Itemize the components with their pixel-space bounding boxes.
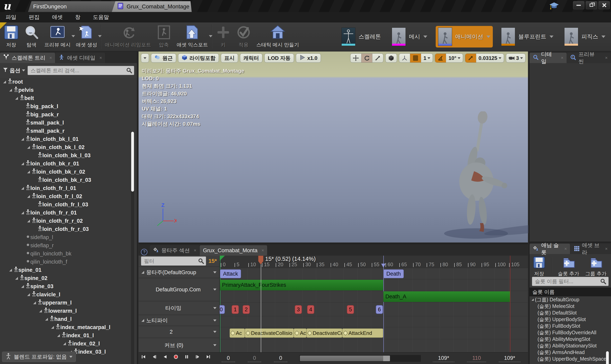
- slot-row-8[interactable]: (슬롯) ArmsAndHead: [530, 349, 611, 356]
- track-notifyHead[interactable]: [220, 316, 528, 327]
- menu-item-3[interactable]: 창: [75, 13, 80, 21]
- notify-Ac[interactable]: Ac: [230, 328, 245, 338]
- expander-icon[interactable]: [39, 310, 42, 312]
- menu-item-4[interactable]: 도움말: [93, 13, 109, 21]
- expander-icon[interactable]: [3, 81, 6, 83]
- rotate-tool-button[interactable]: [361, 54, 372, 63]
- montage-filter-input[interactable]: [141, 256, 206, 266]
- timing-marker-4[interactable]: 4: [307, 305, 314, 314]
- expander-icon[interactable]: [51, 326, 54, 329]
- close-tab-icon[interactable]: ×: [605, 55, 608, 61]
- montage-row-4[interactable]: 2: [139, 326, 219, 338]
- bone-row-small_pack_l[interactable]: small_pack_l: [0, 119, 137, 127]
- close-tab-icon[interactable]: ×: [99, 55, 102, 61]
- bone-row-root[interactable]: root: [0, 78, 137, 86]
- bone-row-qilin_loincloth_bk[interactable]: qilin_loincloth_bk: [0, 250, 137, 258]
- bone-row-loin_cloth_bk_r_01[interactable]: loin_cloth_bk_r_01: [0, 160, 137, 168]
- grid-snap-toggle[interactable]: [410, 54, 421, 63]
- toolbar-button[interactable]: 애셋 생성: [76, 26, 97, 48]
- expander-icon[interactable]: [21, 162, 24, 165]
- close-tab-icon[interactable]: ×: [192, 4, 195, 9]
- move-tool-button[interactable]: [350, 54, 361, 63]
- slots-button-1[interactable]: 슬롯 추가: [558, 256, 579, 277]
- range-end-2[interactable]: 109*: [499, 355, 520, 362]
- track-sections[interactable]: [220, 268, 528, 279]
- menu-item-0[interactable]: 파일: [6, 13, 16, 21]
- skeleton-search-input[interactable]: [27, 66, 134, 75]
- bone-row-spine_02[interactable]: spine_02: [0, 274, 137, 282]
- slot-row-1[interactable]: (슬롯) MeleeSlot: [530, 303, 611, 310]
- slots-button-2[interactable]: 그룹 추가: [585, 256, 607, 277]
- close-tab-icon[interactable]: ×: [262, 248, 264, 253]
- bone-row-lowerarm_l[interactable]: lowerarm_l: [0, 307, 137, 315]
- bone-row-small_pack_r[interactable]: small_pack_r: [0, 127, 137, 135]
- menu-item-1[interactable]: 편집: [29, 13, 40, 21]
- expander-icon[interactable]: [21, 211, 24, 214]
- mode-button-피직스[interactable]: 피직스: [562, 26, 608, 48]
- bone-row-loin_cloth_bk_r_03[interactable]: loin_cloth_bk_r_03: [0, 176, 137, 184]
- bone-row-sideflap_r[interactable]: sideflap_r: [0, 241, 137, 250]
- step-forward-button[interactable]: [195, 354, 204, 363]
- anim-segment-Death_A[interactable]: Death_A: [383, 291, 510, 302]
- slot-filter-input[interactable]: [532, 277, 609, 286]
- skip-end-button[interactable]: [205, 354, 214, 363]
- chevron-down-icon[interactable]: [601, 36, 605, 38]
- expander-icon[interactable]: [27, 195, 30, 198]
- 3d-viewport[interactable]: 원근라이팅포함표시캐릭터LOD 자동x1.0110°0.03125 3 미리보기…: [139, 52, 528, 243]
- expander-icon[interactable]: [15, 97, 18, 100]
- slot-row-0[interactable]: (그룹) DefaultGroup: [530, 296, 611, 303]
- bone-row-spine_01[interactable]: spine_01: [0, 266, 137, 274]
- bone-row-loin_cloth_fr_r_03[interactable]: loin_cloth_fr_r_03: [0, 225, 137, 233]
- slots-button-0[interactable]: 저장: [533, 256, 545, 277]
- help-icon[interactable]: ?: [139, 248, 150, 256]
- scale-tool-button[interactable]: [372, 54, 383, 63]
- notify-Act[interactable]: Act: [294, 328, 306, 338]
- skeleton-tab-1[interactable]: 애셋 디테일×: [55, 53, 105, 63]
- bone-row-index_01_l[interactable]: index_01_l: [0, 331, 137, 340]
- expander-icon[interactable]: [141, 271, 144, 274]
- timing-marker-5[interactable]: 5: [347, 305, 354, 314]
- bone-row-clavicle_l[interactable]: clavicle_l: [0, 291, 137, 299]
- bone-row-loin_cloth_fr_l_03[interactable]: loin_cloth_fr_l_03: [0, 201, 137, 209]
- close-tab-icon[interactable]: ×: [50, 55, 52, 61]
- bone-row-loin_cloth_fr_l_02[interactable]: loin_cloth_fr_l_02: [0, 192, 137, 201]
- details-tab-1[interactable]: i프리뷰 씬×: [567, 53, 611, 63]
- expander-icon[interactable]: [531, 299, 534, 301]
- timing-marker-3[interactable]: 3: [295, 305, 302, 314]
- chevron-down-icon[interactable]: [209, 35, 213, 37]
- grid-snap-value[interactable]: 1: [421, 54, 433, 63]
- slot-row-5[interactable]: (슬롯) FullBodyOverrideAll: [530, 329, 611, 336]
- scale-snap-toggle[interactable]: [465, 54, 476, 63]
- expander-icon[interactable]: [21, 138, 24, 141]
- bone-row-qilin_loincloth_f[interactable]: qilin_loincloth_f: [0, 258, 137, 266]
- slot-row-6[interactable]: (슬롯) AbilityMovingSlot: [530, 336, 611, 342]
- chevron-down-icon[interactable]: [423, 36, 427, 38]
- pause-button[interactable]: [184, 354, 193, 363]
- play-reverse-button[interactable]: [162, 354, 171, 363]
- chevron-down-icon[interactable]: [98, 35, 102, 37]
- mode-button-블루프린트[interactable]: 블루프린트: [499, 26, 556, 48]
- montage-row-1[interactable]: DefaultGroup.Com: [139, 278, 219, 301]
- toolbar-button[interactable]: 프리뷰 메시: [44, 26, 71, 48]
- rotation-snap-value[interactable]: 10°: [446, 54, 463, 63]
- track-timing[interactable]: [220, 302, 528, 316]
- chevron-down-icon[interactable]: [213, 344, 216, 346]
- chevron-down-icon[interactable]: [486, 36, 491, 38]
- menu-item-2[interactable]: 애셋: [52, 13, 63, 21]
- expander-icon[interactable]: [9, 89, 12, 91]
- close-tab-icon[interactable]: ×: [605, 246, 608, 251]
- bone-row-pelvis[interactable]: pelvis: [0, 86, 137, 94]
- chevron-down-icon[interactable]: [213, 271, 216, 273]
- chevron-down-icon[interactable]: [213, 288, 216, 291]
- timing-marker-2[interactable]: 2: [243, 305, 250, 314]
- timing-marker-0[interactable]: 0: [220, 305, 225, 314]
- animslot-tab-0[interactable]: 애님 슬롯×: [530, 244, 570, 254]
- bone-row-loin_cloth_bk_r_02[interactable]: loin_cloth_bk_r_02: [0, 168, 137, 176]
- skeleton-tab-0[interactable]: 스켈레톤 트리×: [0, 53, 55, 63]
- slot-row-7[interactable]: (슬롯) AbilityStationarySlot: [530, 342, 611, 349]
- expander-icon[interactable]: [45, 318, 48, 321]
- frame-counter-1[interactable]: 0: [248, 355, 261, 362]
- viewport-button-1[interactable]: 라이팅포함: [178, 53, 219, 63]
- tree-scrollbar[interactable]: [131, 131, 134, 364]
- scale-snap-value[interactable]: 0.03125: [476, 54, 504, 63]
